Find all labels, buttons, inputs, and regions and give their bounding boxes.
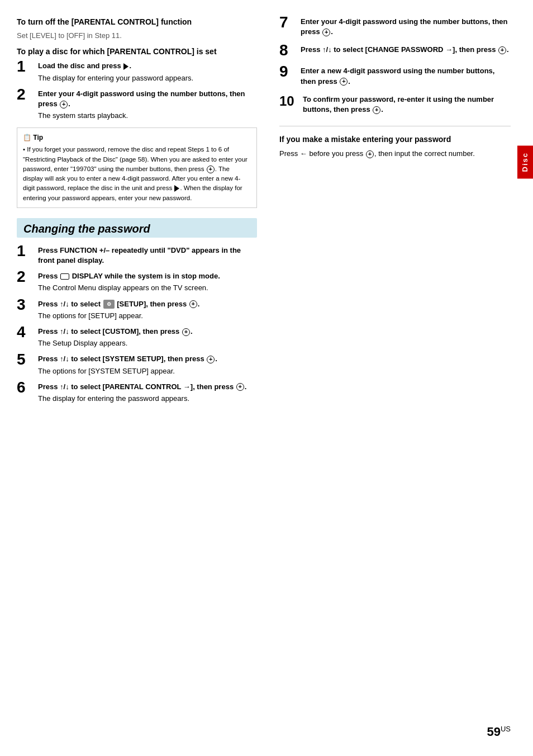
step-r-number-7: 7 [279,15,297,30]
step-c-1-bold: Press FUNCTION +/– repeatedly until "DVD… [38,245,257,266]
step-r-7-bold: Enter your 4-digit password using the nu… [301,17,511,37]
tip-content: • If you forget your password, remove th… [23,145,251,203]
step-right-9: 9 Enter a new 4-digit password using the… [279,66,511,86]
step-c-6-normal: The display for entering the password ap… [38,394,257,404]
step-parental-2: 2 Enter your 4-digit password using the … [17,89,257,121]
section-turn-off: To turn off the [PARENTAL CONTROL] funct… [17,17,257,40]
section-turn-off-subtitle: Set [LEVEL] to [OFF] in Step 11. [17,31,257,40]
step-c-2-bold: Press DISPLAY while the system is in sto… [38,271,257,281]
step-r-content-9: Enter a new 4-digit password using the n… [301,66,511,86]
divider [279,126,511,126]
step-parental-1: 1 Load the disc and press . The display … [17,61,257,83]
mistake-section: If you make a mistake entering your pass… [279,134,511,159]
mistake-circle-plus: + [366,150,374,158]
step-changing-1: 1 Press FUNCTION +/– repeatedly until "D… [17,245,257,266]
step-c-number-6: 6 [17,380,35,395]
step-2-bold: Enter your 4-digit password using the nu… [38,89,257,109]
step-changing-5: 5 Press ↑/↓ to select [SYSTEM SETUP], th… [17,354,257,376]
step-c-number-2: 2 [17,269,35,285]
side-tab: Disc [517,145,533,178]
page: To turn off the [PARENTAL CONTROL] funct… [0,0,533,756]
step-c-content-5: Press ↑/↓ to select [SYSTEM SETUP], then… [38,354,257,376]
step-c-4-bold: Press ↑/↓ to select [CUSTOM], then press… [38,327,257,337]
step-right-10: 10 To confirm your password, re-enter it… [279,94,511,115]
step-c-3-normal: The options for [SETUP] appear. [38,311,257,321]
step-r-7-circle: + [322,29,330,36]
section-play-disc-title: To play a disc for which [PARENTAL CONTR… [17,46,257,56]
step-c-content-3: Press ↑/↓ to select ⚙ [SETUP], then pres… [38,299,257,321]
tip-header: 📋 Tip [23,133,251,143]
step-r-content-7: Enter your 4-digit password using the nu… [301,17,511,37]
step-r-9-circle: + [340,78,348,86]
mistake-title: If you make a mistake entering your pass… [279,134,511,144]
left-column: To turn off the [PARENTAL CONTROL] funct… [17,17,268,739]
step-c-6-bold: Press ↑/↓ to select [PARENTAL CONTROL →]… [38,382,257,392]
changing-title: Changing the password [23,223,250,235]
step-changing-6: 6 Press ↑/↓ to select [PARENTAL CONTROL … [17,382,257,404]
step-right-8: 8 Press ↑/↓ to select [CHANGE PASSWORD →… [279,45,511,58]
circle-plus-icon: + [60,101,68,108]
page-num-suffix: US [501,725,511,733]
step-2-normal: The system starts playback. [38,111,257,121]
step-number-2: 2 [17,87,35,102]
step-c-4-circle: + [182,328,190,336]
step-c-5-bold: Press ↑/↓ to select [SYSTEM SETUP], then… [38,354,257,364]
step-c-content-4: Press ↑/↓ to select [CUSTOM], then press… [38,327,257,348]
section-turn-off-title: To turn off the [PARENTAL CONTROL] funct… [17,17,257,27]
display-icon [60,273,69,280]
tip-circle-plus: + [207,166,215,173]
step-c-content-2: Press DISPLAY while the system is in sto… [38,271,257,293]
step-r-10-circle: + [373,106,380,114]
step-c-3-circle: + [189,300,197,308]
step-r-content-10: To confirm your password, re-enter it us… [303,94,511,115]
tip-box: 📋 Tip • If you forget your password, rem… [17,127,257,208]
step-c-5-circle: + [207,356,215,363]
step-c-6-circle: + [236,383,244,391]
step-changing-3: 3 Press ↑/↓ to select ⚙ [SETUP], then pr… [17,299,257,321]
section-play-disc: To play a disc for which [PARENTAL CONTR… [17,46,257,56]
step-c-2-normal: The Control Menu display appears on the … [38,283,257,293]
step-c-number-5: 5 [17,352,35,367]
step-c-content-1: Press FUNCTION +/– repeatedly until "DVD… [38,245,257,266]
step-c-number-3: 3 [17,297,35,313]
step-r-content-8: Press ↑/↓ to select [CHANGE PASSWORD →],… [301,45,511,55]
step-1-normal: The display for entering your password a… [38,73,257,83]
step-number-1: 1 [17,59,35,74]
step-content-1: Load the disc and press . The display fo… [38,61,257,83]
step-right-7: 7 Enter your 4-digit password using the … [279,17,511,37]
page-num-value: 59 [487,725,500,739]
step-r-9-bold: Enter a new 4-digit password using the n… [301,66,511,86]
setup-icon: ⚙ [103,300,115,309]
step-c-number-4: 4 [17,324,35,340]
changing-section-header: Changing the password [17,218,257,238]
step-c-number-1: 1 [17,243,35,259]
step-r-8-circle: + [498,46,506,54]
step-r-number-9: 9 [279,64,297,79]
step-c-content-6: Press ↑/↓ to select [PARENTAL CONTROL →]… [38,382,257,404]
step-r-10-bold: To confirm your password, re-enter it us… [303,94,511,115]
step-1-bold: Load the disc and press . [38,61,257,71]
mistake-content: Press ← before you press +, then input t… [279,149,511,159]
step-changing-2: 2 Press DISPLAY while the system is in s… [17,271,257,293]
step-r-number-8: 8 [279,42,297,58]
tip-play-icon [174,185,179,192]
play-icon [123,63,129,70]
page-number: 59US [487,725,511,739]
step-r-number-10: 10 [279,94,301,108]
main-content: To turn off the [PARENTAL CONTROL] funct… [17,17,511,739]
step-c-4-normal: The Setup Display appears. [38,338,257,348]
step-c-5-normal: The options for [SYSTEM SETUP] appear. [38,366,257,376]
step-content-2: Enter your 4-digit password using the nu… [38,89,257,121]
step-c-3-bold: Press ↑/↓ to select ⚙ [SETUP], then pres… [38,299,257,309]
right-column: 7 Enter your 4-digit password using the … [268,17,511,739]
step-changing-4: 4 Press ↑/↓ to select [CUSTOM], then pre… [17,327,257,348]
step-r-8-bold: Press ↑/↓ to select [CHANGE PASSWORD →],… [301,45,511,55]
